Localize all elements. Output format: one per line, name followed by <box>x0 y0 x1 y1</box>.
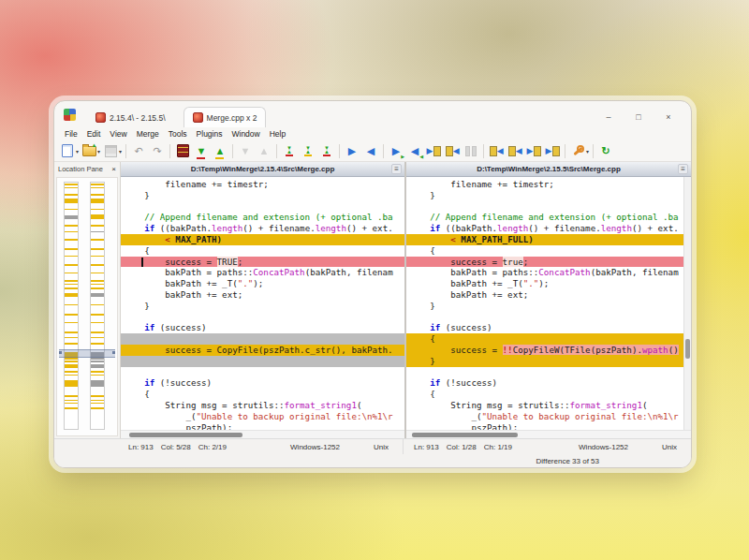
diff-stripe <box>91 293 104 297</box>
code-editor-left[interactable]: filename += timestr; } // Append filenam… <box>121 177 404 430</box>
scrollbar-thumb[interactable] <box>685 339 690 360</box>
toolbar-separator <box>232 144 233 158</box>
diff-stripe <box>65 239 78 241</box>
copy-all-left-icon: ◀ <box>446 145 460 157</box>
menu-merge[interactable]: Merge <box>132 128 164 140</box>
copy-left-advance-button[interactable]: ◀◀ <box>405 142 424 160</box>
code-line: pszPath); <box>406 422 683 430</box>
close-button[interactable]: × <box>654 112 683 122</box>
diff-stripe <box>91 225 104 227</box>
horizontal-scrollbar-left[interactable] <box>121 430 404 438</box>
header-menu-icon[interactable]: ≡ <box>391 164 402 174</box>
copy-right-advance-button[interactable]: ▶▶ <box>387 142 405 160</box>
code-line <box>121 201 404 213</box>
code-line: if (!success) <box>121 377 404 389</box>
copy-all-left-button[interactable]: ◀ <box>443 142 462 160</box>
previous-difference-button[interactable]: ▲ <box>211 142 229 160</box>
new-file-icon <box>62 144 73 157</box>
file-header-right: D:\Temp\WinMerge\2.15.5\Src\Merge.cpp ≡ <box>406 162 691 177</box>
diff-stripe <box>91 287 104 289</box>
scrollbar-thumb[interactable] <box>129 433 242 437</box>
menu-tools[interactable]: Tools <box>164 128 192 140</box>
undo-button[interactable]: ↶ <box>129 142 148 160</box>
location-pane-map[interactable] <box>56 177 118 436</box>
copy-all-right-button[interactable]: ▶ <box>424 142 443 160</box>
code-line: } <box>406 190 683 201</box>
copy-left-button[interactable]: ◀ <box>361 142 380 160</box>
last-difference-icon: ▼▲ <box>323 146 330 156</box>
previous-conflict-button[interactable]: ▲ <box>255 142 273 160</box>
copy-from-right-button[interactable]: ▶ <box>524 142 543 160</box>
copy-right-button[interactable]: ▶ <box>343 142 361 160</box>
menu-edit[interactable]: Edit <box>82 128 106 140</box>
file-compare-tab-icon <box>193 112 203 123</box>
next-difference-button[interactable]: ▼ <box>192 142 211 160</box>
diff-stripe <box>65 184 78 185</box>
copy-to-right-button[interactable]: ▶ <box>543 142 562 160</box>
file-compare-button[interactable] <box>173 142 192 160</box>
menu-help[interactable]: Help <box>265 128 290 140</box>
code-line: { <box>406 333 683 345</box>
first-difference-button[interactable]: ▼▲ <box>280 142 299 160</box>
toolbar-separator <box>276 144 277 158</box>
location-column-left[interactable] <box>64 182 79 430</box>
code-line: if (success) <box>121 322 404 333</box>
location-pane-header: Location Pane × <box>54 162 120 176</box>
diff-stripe <box>91 273 104 273</box>
last-difference-button[interactable]: ▼▲ <box>317 142 336 160</box>
menu-file[interactable]: File <box>60 128 82 140</box>
diff-stripe <box>91 199 104 200</box>
tab-folder-compare[interactable]: 2.15.4\ - 2.15.5\ <box>87 108 174 127</box>
menu-window[interactable]: Window <box>227 128 264 140</box>
maximize-button[interactable]: □ <box>624 112 654 122</box>
vertical-scrollbar-right[interactable] <box>683 177 691 430</box>
diff-stripe <box>91 337 104 338</box>
diff-stripe <box>65 256 78 257</box>
save-button[interactable] <box>101 142 120 160</box>
line-indicator: Ln: 913 <box>125 443 157 451</box>
new-file-button[interactable] <box>58 142 77 160</box>
next-conflict-button[interactable]: ▼ <box>236 142 255 160</box>
toolbar: ▾▾▾↶↷▼▲▼▲▼▲▼▲▼▲▶◀▶▶◀◀▶◀◀◀▶▶▾↻ <box>54 140 691 162</box>
header-menu-icon[interactable]: ≡ <box>678 164 688 174</box>
diff-stripe <box>65 304 78 305</box>
text-caret <box>141 258 143 267</box>
current-difference-button[interactable]: ▼▲ <box>299 142 317 160</box>
scrollbar-thumb[interactable] <box>412 433 517 437</box>
copy-from-left-button[interactable]: ◀ <box>506 142 524 160</box>
diff-stripe <box>91 322 104 323</box>
copy-right-advance-icon: ▶ <box>392 146 400 156</box>
code-line: } <box>406 356 683 367</box>
diff-badge <box>197 157 205 159</box>
copy-to-left-button[interactable]: ◀ <box>487 142 506 160</box>
advance-mini-icon: ◀ <box>419 154 423 159</box>
diff-stripe <box>91 364 104 368</box>
diff-stripe <box>91 214 104 219</box>
file-pane-left: D:\Temp\WinMerge\2.15.4\Src\Merge.cpp ≡ … <box>121 162 404 438</box>
main-content: Location Pane × D:\Temp\WinMerge\2.15.4\… <box>54 162 691 438</box>
location-pane-close-icon[interactable]: × <box>111 165 116 173</box>
toolbar-separator <box>339 144 340 158</box>
minimize-button[interactable]: – <box>594 112 624 122</box>
code-line: < MAX_PATH) <box>121 234 404 245</box>
location-column-right[interactable] <box>90 182 105 430</box>
save-icon <box>105 145 117 157</box>
diff-stripe <box>65 332 78 333</box>
menu-plugins[interactable]: Plugins <box>192 128 228 140</box>
options-button[interactable] <box>568 142 587 160</box>
code-editor-right[interactable]: filename += timestr; } // Append filenam… <box>406 177 683 430</box>
encoding-indicator: Windows-1252 <box>575 443 632 451</box>
file-path-left: D:\Temp\WinMerge\2.15.4\Src\Merge.cpp <box>191 165 335 173</box>
auto-merge-button[interactable] <box>462 142 480 160</box>
diff-stripe <box>91 395 104 397</box>
menu-view[interactable]: View <box>105 128 131 140</box>
code-line <box>121 333 404 345</box>
open-button[interactable] <box>80 142 98 160</box>
horizontal-scrollbar-right[interactable] <box>406 430 691 438</box>
redo-button[interactable]: ↷ <box>148 142 167 160</box>
diff-stripe <box>65 293 78 297</box>
refresh-button[interactable]: ↻ <box>596 142 615 160</box>
location-view-indicator[interactable] <box>59 349 115 358</box>
file-header-left: D:\Temp\WinMerge\2.15.4\Src\Merge.cpp ≡ <box>121 162 404 177</box>
tab-file-compare[interactable]: Merge.cpp x 2 <box>184 107 267 127</box>
